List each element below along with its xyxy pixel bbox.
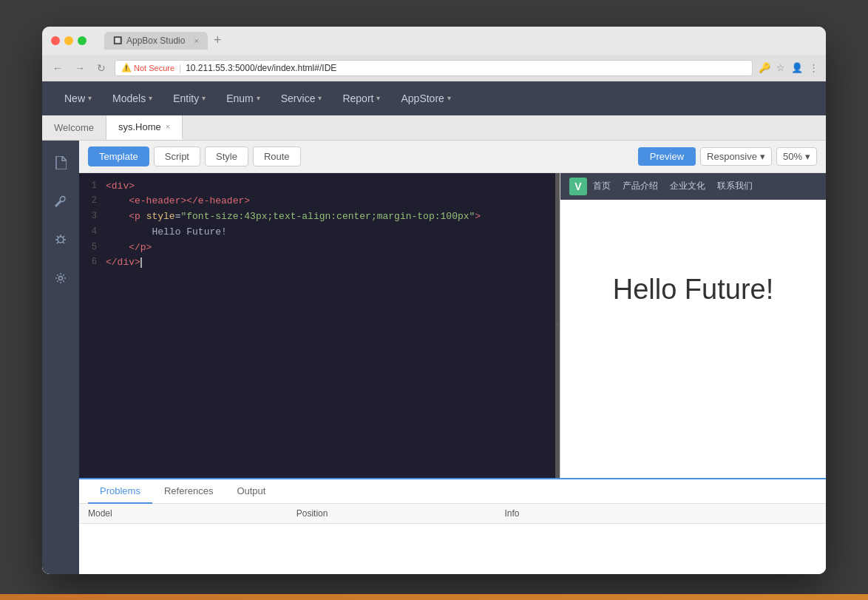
tab-style[interactable]: Style — [205, 146, 248, 166]
chevron-down-icon: ▾ — [149, 94, 152, 102]
preview-nav-items: 首页 产品介绍 企业文化 联系我们 — [593, 180, 753, 192]
bug-icon[interactable] — [47, 226, 74, 253]
preview-content: Hello Future! — [560, 200, 826, 478]
chevron-down-icon: ▾ — [202, 94, 206, 102]
chevron-down-icon: ▾ — [447, 94, 451, 102]
forward-button[interactable]: → — [72, 61, 88, 75]
maximize-button[interactable] — [78, 36, 87, 45]
not-secure-badge: ⚠️ Not Secure — [121, 63, 174, 73]
chevron-down-icon: ▾ — [88, 94, 92, 102]
side-icons — [42, 141, 79, 574]
bottom-panel: Problems References Output Model Positio… — [79, 478, 826, 574]
address-input[interactable]: ⚠️ Not Secure | 10.211.55.3:5000/dev/ind… — [115, 60, 753, 76]
col-info: Info — [504, 508, 817, 519]
ide-main: Template Script Style Route Preview Resp… — [42, 141, 826, 574]
browser-tab[interactable]: 🔲 AppBox Studio × — [104, 32, 208, 50]
menu-entity[interactable]: Entity ▾ — [163, 87, 216, 110]
file-icon[interactable] — [47, 149, 74, 176]
file-tab-welcome[interactable]: Welcome — [42, 116, 106, 139]
menu-service[interactable]: Service ▾ — [271, 87, 333, 110]
menu-new[interactable]: New ▾ — [54, 87, 102, 110]
chevron-down-icon: ▾ — [318, 94, 322, 102]
tab-close-button[interactable]: × — [194, 36, 199, 45]
preview-nav-contact[interactable]: 联系我们 — [717, 180, 753, 192]
traffic-lights — [51, 36, 87, 45]
chevron-down-icon: ▾ — [760, 151, 765, 162]
browser-window: 🔲 AppBox Studio × + ← → ↻ ⚠️ Not Secure … — [42, 27, 826, 574]
chevron-down-icon: ▾ — [257, 94, 260, 102]
bottom-tabs: Problems References Output — [79, 479, 826, 504]
tab-problems[interactable]: Problems — [88, 479, 152, 504]
drag-dots-icon: ⋮ — [555, 322, 560, 328]
menu-enum[interactable]: Enum ▾ — [216, 87, 271, 110]
preview-nav-culture[interactable]: 企业文化 — [670, 180, 705, 192]
new-tab-button[interactable]: + — [208, 33, 228, 48]
more-options-icon[interactable]: ⋮ — [809, 62, 818, 73]
menu-appstore[interactable]: AppStore ▾ — [390, 87, 461, 110]
file-tab-sys-home[interactable]: sys.Home × — [106, 115, 183, 140]
bottom-strip — [0, 594, 868, 600]
app-content: New ▾ Models ▾ Entity ▾ Enum ▾ Service ▾… — [42, 81, 826, 574]
code-line-4: 4 Hello Future! — [79, 225, 555, 240]
profile-icon[interactable]: 👤 — [791, 62, 803, 73]
preview-header: V 首页 产品介绍 企业文化 联系我们 — [560, 173, 826, 200]
code-line-5: 5 </p> — [79, 240, 555, 256]
close-button[interactable] — [51, 36, 60, 45]
bottom-table-header: Model Position Info — [79, 504, 826, 524]
code-line-3: 3 <p style="font-size:43px;text-align:ce… — [79, 209, 555, 225]
address-actions: 🔑 ☆ 👤 ⋮ — [759, 62, 818, 73]
code-line-1: 1 <div> — [79, 179, 555, 195]
editor-toolbar: Template Script Style Route Preview Resp… — [79, 141, 826, 173]
zoom-select[interactable]: 50% ▾ — [776, 147, 817, 166]
preview-button[interactable]: Preview — [638, 147, 696, 166]
svg-point-1 — [59, 276, 63, 280]
file-tabs: Welcome sys.Home × — [42, 115, 826, 141]
code-line-2: 2 <e-header></e-header> — [79, 194, 555, 209]
preview-nav-intro[interactable]: 产品介绍 — [623, 180, 658, 192]
reload-button[interactable]: ↻ — [94, 61, 109, 75]
tab-template[interactable]: Template — [88, 146, 149, 166]
menu-models[interactable]: Models ▾ — [102, 87, 163, 110]
preview-logo: V — [569, 178, 587, 195]
file-tab-close-icon[interactable]: × — [166, 122, 170, 131]
tab-references[interactable]: References — [152, 479, 225, 504]
preview-panel: V 首页 产品介绍 企业文化 联系我们 Hello Future! — [560, 173, 826, 478]
col-position: Position — [296, 508, 505, 519]
chevron-down-icon: ▾ — [805, 151, 810, 162]
title-bar: 🔲 AppBox Studio × + — [42, 27, 826, 55]
ide-area: Welcome sys.Home × — [42, 115, 826, 574]
menu-bar: New ▾ Models ▾ Entity ▾ Enum ▾ Service ▾… — [42, 81, 826, 115]
tab-route[interactable]: Route — [253, 146, 301, 166]
resize-handle[interactable]: ⋮ — [555, 173, 560, 478]
tab-bar: 🔲 AppBox Studio × + — [104, 32, 228, 50]
settings-icon[interactable] — [47, 265, 74, 291]
col-model: Model — [88, 508, 296, 519]
bookmark-icon[interactable]: ☆ — [776, 62, 785, 73]
back-button[interactable]: ← — [50, 61, 66, 75]
address-bar: ← → ↻ ⚠️ Not Secure | 10.211.55.3:5000/d… — [42, 55, 826, 81]
tab-output[interactable]: Output — [225, 479, 277, 504]
code-editor[interactable]: 1 <div> 2 <e-header></e-header> 3 <p sty… — [79, 173, 555, 478]
address-text: 10.211.55.3:5000/dev/index.html#/IDE — [186, 63, 336, 73]
tab-favicon: 🔲 — [113, 36, 122, 44]
tab-script[interactable]: Script — [154, 146, 200, 166]
minimize-button[interactable] — [64, 36, 73, 45]
wrench-icon[interactable] — [47, 188, 74, 215]
editor-preview-split: 1 <div> 2 <e-header></e-header> 3 <p sty… — [79, 173, 826, 478]
menu-report[interactable]: Report ▾ — [332, 87, 390, 110]
preview-hello-text: Hello Future! — [613, 274, 774, 306]
responsive-select[interactable]: Responsive ▾ — [700, 147, 772, 166]
tab-title: AppBox Studio — [126, 36, 185, 46]
key-icon[interactable]: 🔑 — [759, 62, 770, 73]
content-area: Template Script Style Route Preview Resp… — [79, 141, 826, 574]
code-line-6: 6 </div> — [79, 255, 555, 271]
preview-nav-home[interactable]: 首页 — [593, 180, 611, 192]
chevron-down-icon: ▾ — [376, 94, 380, 102]
